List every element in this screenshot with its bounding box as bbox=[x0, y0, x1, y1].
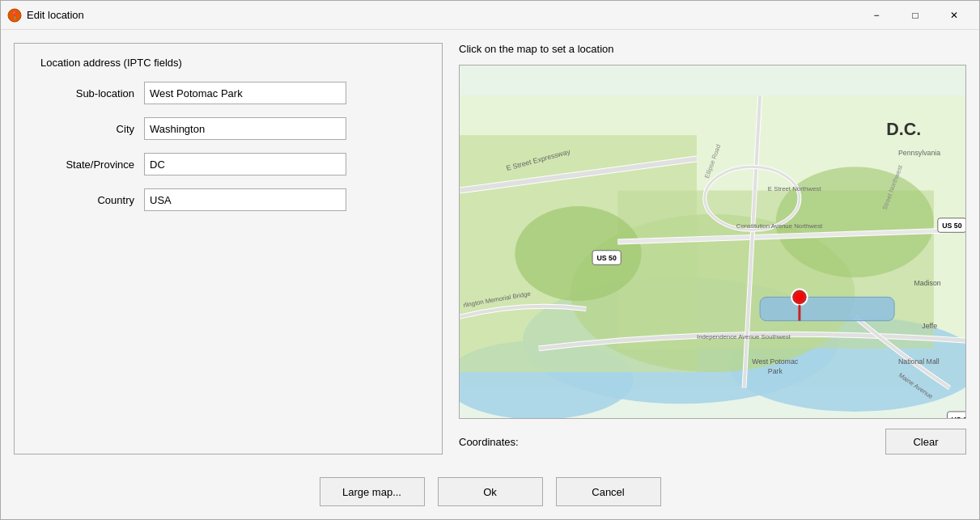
city-input[interactable] bbox=[144, 117, 346, 140]
form-grid: Sub-location City State/Province Country bbox=[31, 82, 426, 211]
sub-location-input[interactable] bbox=[144, 82, 346, 104]
svg-text:US 50: US 50 bbox=[942, 222, 961, 230]
ok-button[interactable]: Ok bbox=[438, 477, 543, 506]
svg-text:Jeffe: Jeffe bbox=[922, 322, 937, 330]
svg-text:E Street Northwest: E Street Northwest bbox=[768, 185, 821, 192]
sub-location-label: Sub-location bbox=[31, 87, 144, 99]
svg-text:US 1: US 1 bbox=[951, 416, 965, 418]
svg-point-41 bbox=[795, 293, 804, 301]
coords-row: Coordinates: Clear bbox=[459, 429, 966, 454]
iptc-fieldset: Location address (IPTC fields) Sub-locat… bbox=[14, 43, 443, 454]
country-label: Country bbox=[31, 194, 144, 206]
map-instruction: Click on the map to set a location bbox=[459, 43, 966, 55]
svg-text:D.C.: D.C. bbox=[886, 120, 921, 139]
maximize-button[interactable]: □ bbox=[897, 2, 934, 28]
bottom-bar: Large map... Ok Cancel bbox=[1, 467, 979, 519]
minimize-button[interactable]: − bbox=[858, 2, 895, 28]
right-panel: Click on the map to set a location bbox=[459, 43, 966, 454]
window-title: Edit location bbox=[27, 9, 858, 21]
large-map-button[interactable]: Large map... bbox=[320, 477, 425, 506]
svg-text:National Mall: National Mall bbox=[898, 357, 940, 366]
country-input[interactable] bbox=[144, 188, 346, 211]
svg-text:Constitution Avenue Northwest: Constitution Avenue Northwest bbox=[736, 222, 823, 230]
svg-text:📍: 📍 bbox=[10, 11, 20, 21]
main-content: Location address (IPTC fields) Sub-locat… bbox=[1, 30, 979, 467]
clear-button[interactable]: Clear bbox=[885, 429, 966, 454]
svg-text:US 50: US 50 bbox=[596, 254, 616, 262]
left-panel: Location address (IPTC fields) Sub-locat… bbox=[14, 43, 443, 454]
state-input[interactable] bbox=[144, 153, 346, 175]
svg-text:West Potomac: West Potomac bbox=[752, 357, 798, 366]
svg-text:Pennsylvania: Pennsylvania bbox=[898, 149, 940, 157]
main-window: 📍 Edit location − □ ✕ Location address (… bbox=[0, 0, 980, 520]
map-container[interactable]: E Street Expressway Constitution Avenue … bbox=[459, 65, 966, 419]
svg-text:Madison: Madison bbox=[914, 279, 941, 287]
fieldset-legend: Location address (IPTC fields) bbox=[37, 57, 185, 69]
window-controls: − □ ✕ bbox=[858, 2, 973, 28]
svg-text:Independence Avenue Southwest: Independence Avenue Southwest bbox=[697, 333, 791, 340]
close-button[interactable]: ✕ bbox=[935, 2, 973, 28]
cancel-button[interactable]: Cancel bbox=[556, 477, 661, 506]
state-label: State/Province bbox=[31, 159, 144, 171]
app-icon: 📍 bbox=[7, 8, 22, 23]
title-bar: 📍 Edit location − □ ✕ bbox=[1, 1, 979, 30]
map-svg: E Street Expressway Constitution Avenue … bbox=[460, 66, 965, 418]
city-label: City bbox=[31, 123, 144, 135]
svg-point-9 bbox=[515, 206, 641, 301]
svg-rect-17 bbox=[760, 297, 894, 320]
svg-text:Park: Park bbox=[768, 367, 783, 375]
coords-label: Coordinates: bbox=[459, 436, 519, 448]
